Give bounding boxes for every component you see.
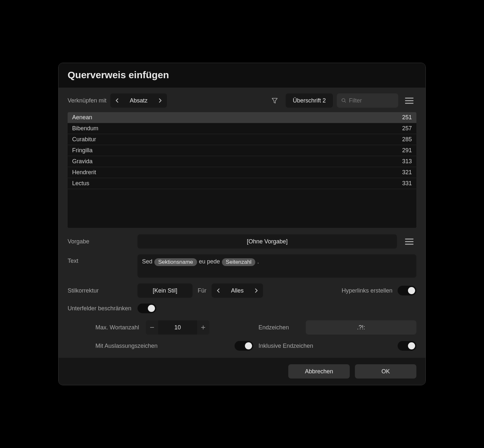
list-menu-button[interactable] bbox=[402, 93, 416, 108]
include-end-toggle[interactable] bbox=[398, 341, 416, 351]
list-item-name: Aenean bbox=[72, 114, 92, 121]
list-item-name: Bibendum bbox=[72, 125, 98, 132]
link-with-prev[interactable] bbox=[110, 93, 124, 108]
list-item[interactable]: Fringilla291 bbox=[68, 145, 416, 156]
list-item-name: Gravida bbox=[72, 158, 93, 165]
filter-input[interactable] bbox=[349, 97, 394, 104]
for-next[interactable] bbox=[249, 283, 263, 298]
restrict-subsection: Max. Wortanzahl 10 Endzeichen bbox=[68, 320, 416, 351]
reference-list[interactable]: Aenean251Bibendum257Curabitur285Fringill… bbox=[68, 112, 416, 228]
preset-label: Vorgabe bbox=[68, 238, 132, 245]
list-item-page: 291 bbox=[402, 147, 412, 154]
list-item[interactable]: Lectus331 bbox=[68, 178, 416, 189]
max-words-decrement[interactable] bbox=[146, 320, 158, 335]
list-item-name: Curabitur bbox=[72, 136, 96, 143]
svg-rect-4 bbox=[201, 327, 205, 328]
dialog-content: Verknüpfen mit Absatz Überschrift 2 bbox=[59, 88, 425, 358]
restrict-row: Unterfelder beschränken bbox=[68, 304, 416, 313]
restrict-toggle[interactable] bbox=[138, 304, 156, 313]
link-with-next[interactable] bbox=[153, 93, 167, 108]
form-section: Vorgabe [Ohne Vorgabe] Text SedSektionsn… bbox=[68, 234, 416, 351]
for-value: Alles bbox=[225, 287, 249, 294]
list-item-name: Lectus bbox=[72, 180, 89, 187]
chevron-right-icon bbox=[159, 98, 162, 103]
chevron-right-icon bbox=[255, 288, 258, 293]
style-label: Stilkorrektur bbox=[68, 287, 132, 294]
text-token: Seitenzahl bbox=[222, 258, 255, 266]
list-item[interactable]: Hendrerit321 bbox=[68, 167, 416, 178]
max-words-value[interactable]: 10 bbox=[158, 320, 197, 335]
list-item-page: 321 bbox=[402, 169, 412, 176]
include-end-label: Inklusive Endzeichen bbox=[258, 343, 392, 349]
list-item[interactable]: Bibendum257 bbox=[68, 123, 416, 134]
ellipsis-label: Mit Auslassungszeichen bbox=[95, 343, 229, 349]
preset-menu-button[interactable] bbox=[402, 234, 416, 249]
cancel-button[interactable]: Abbrechen bbox=[288, 364, 350, 379]
top-controls: Verknüpfen mit Absatz Überschrift 2 bbox=[68, 93, 416, 108]
svg-rect-2 bbox=[150, 327, 154, 328]
title-bar: Querverweis einfügen bbox=[59, 63, 425, 88]
ok-button[interactable]: OK bbox=[355, 364, 416, 379]
list-item-page: 257 bbox=[402, 125, 412, 132]
list-item-page: 285 bbox=[402, 136, 412, 143]
plus-icon bbox=[201, 325, 205, 329]
heading-level-select[interactable]: Überschrift 2 bbox=[286, 93, 333, 108]
text-label: Text bbox=[68, 254, 132, 264]
link-with-stepper: Absatz bbox=[110, 93, 167, 108]
for-label: Für bbox=[198, 287, 206, 294]
search-icon bbox=[341, 98, 346, 103]
link-with-value: Absatz bbox=[124, 97, 153, 104]
list-item-name: Fringilla bbox=[72, 147, 93, 154]
max-words-increment[interactable] bbox=[197, 320, 209, 335]
list-item[interactable]: Curabitur285 bbox=[68, 134, 416, 145]
svg-line-1 bbox=[345, 101, 346, 102]
svg-point-0 bbox=[342, 99, 345, 101]
hyperlinks-label: Hyperlinks erstellen bbox=[342, 287, 392, 294]
cross-reference-dialog: Querverweis einfügen Verknüpfen mit Absa… bbox=[58, 63, 426, 385]
list-item[interactable]: Gravida313 bbox=[68, 156, 416, 167]
hamburger-icon bbox=[405, 239, 413, 240]
list-item-name: Hendrerit bbox=[72, 169, 96, 176]
for-stepper: Alles bbox=[212, 283, 263, 298]
max-words-row: Max. Wortanzahl 10 Endzeichen bbox=[95, 320, 416, 335]
list-item[interactable]: Aenean251 bbox=[68, 112, 416, 123]
end-chars-field[interactable]: .?!: bbox=[306, 320, 416, 335]
list-item-page: 313 bbox=[402, 158, 412, 165]
text-row: Text SedSektionsnameeu pedeSeitenzahl. bbox=[68, 254, 416, 278]
list-item-page: 331 bbox=[402, 180, 412, 187]
ellipsis-toggle[interactable] bbox=[235, 341, 253, 351]
list-item-page: 251 bbox=[402, 114, 412, 121]
minus-icon bbox=[150, 327, 154, 328]
chevron-left-icon bbox=[116, 98, 119, 103]
preset-select[interactable]: [Ohne Vorgabe] bbox=[138, 234, 397, 249]
filter-funnel-button[interactable] bbox=[268, 93, 282, 108]
preset-row: Vorgabe [Ohne Vorgabe] bbox=[68, 234, 416, 249]
ellipsis-row: Mit Auslassungszeichen Inklusive Endzeic… bbox=[95, 341, 416, 351]
hyperlinks-toggle[interactable] bbox=[398, 286, 416, 295]
text-template-field[interactable]: SedSektionsnameeu pedeSeitenzahl. bbox=[138, 254, 416, 278]
dialog-title: Querverweis einfügen bbox=[68, 69, 416, 80]
end-chars-label: Endzeichen bbox=[258, 324, 301, 331]
hamburger-icon bbox=[405, 98, 413, 99]
chevron-left-icon bbox=[217, 288, 220, 293]
for-prev[interactable] bbox=[212, 283, 225, 298]
filter-search[interactable] bbox=[337, 93, 398, 108]
text-literal: . bbox=[257, 258, 259, 265]
text-literal: eu pede bbox=[199, 258, 220, 265]
max-words-label: Max. Wortanzahl bbox=[95, 324, 141, 331]
max-words-stepper: 10 bbox=[146, 320, 209, 335]
style-select[interactable]: [Kein Stil] bbox=[138, 283, 192, 298]
link-with-label: Verknüpfen mit bbox=[68, 97, 106, 104]
text-literal: Sed bbox=[142, 258, 152, 265]
dialog-footer: Abbrechen OK bbox=[59, 358, 425, 385]
style-row: Stilkorrektur [Kein Stil] Für Alles Hype… bbox=[68, 283, 416, 298]
text-token: Sektionsname bbox=[154, 258, 197, 266]
restrict-label: Unterfelder beschränken bbox=[68, 305, 132, 312]
funnel-icon bbox=[271, 97, 278, 104]
